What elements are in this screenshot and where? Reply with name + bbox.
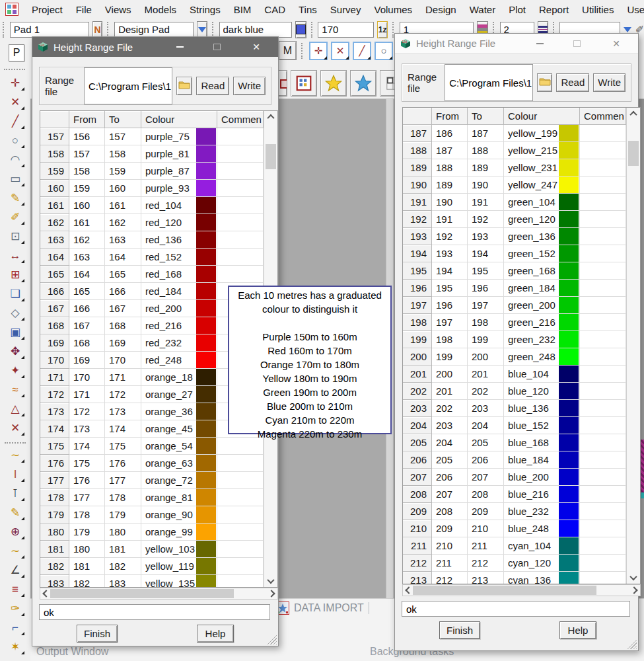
row-number[interactable]: 178 xyxy=(40,489,69,506)
colour-cell[interactable]: yellow_231 xyxy=(504,159,580,176)
to-cell[interactable]: 207 xyxy=(468,469,504,486)
row-number[interactable]: 212 xyxy=(403,555,432,572)
row-number[interactable]: 196 xyxy=(403,280,432,297)
colour-cell[interactable]: cyan_120 xyxy=(504,555,580,572)
from-cell[interactable]: 161 xyxy=(69,214,105,231)
table-row[interactable]: 157 156 157 purple_75 xyxy=(40,128,264,145)
row-number[interactable]: 159 xyxy=(40,163,69,180)
colour-cell[interactable]: purple_87 xyxy=(141,163,217,180)
comment-cell[interactable] xyxy=(580,297,626,314)
row-number[interactable]: 192 xyxy=(403,211,432,228)
colour-cell[interactable]: blue_184 xyxy=(504,451,580,469)
colour-cell[interactable]: green_248 xyxy=(504,348,580,366)
colour-swatch-icon[interactable] xyxy=(295,21,306,38)
from-cell[interactable]: 207 xyxy=(432,486,468,503)
comment-cell[interactable] xyxy=(217,489,264,506)
row-number[interactable]: 171 xyxy=(40,369,69,386)
menu-item[interactable]: Survey xyxy=(324,1,368,19)
comment-cell[interactable] xyxy=(580,572,626,584)
table-row[interactable]: 180 179 180 orange_99 xyxy=(40,524,264,541)
colour-cell[interactable]: red_184 xyxy=(141,283,217,300)
comment-cell[interactable] xyxy=(217,180,264,197)
minimize-button[interactable] xyxy=(526,34,554,54)
table-row[interactable]: 202 201 202 blue_120 xyxy=(403,383,626,400)
table-row[interactable]: 213 212 213 cyan_136 xyxy=(403,572,626,584)
comment-header[interactable]: Commen xyxy=(217,111,264,128)
to-cell[interactable]: 189 xyxy=(468,159,504,176)
to-cell[interactable]: 194 xyxy=(468,245,504,262)
scrollbar-thumb[interactable] xyxy=(628,141,639,166)
menu-item[interactable]: CAD xyxy=(258,1,292,19)
colour-cell[interactable]: orange_54 xyxy=(141,438,217,455)
row-number[interactable]: 191 xyxy=(403,194,432,211)
from-cell[interactable]: 188 xyxy=(432,159,468,176)
table-row[interactable]: 195 194 195 green_168 xyxy=(403,262,626,280)
cad-tool-button[interactable]: ◉ xyxy=(4,656,26,661)
row-number[interactable]: 177 xyxy=(40,472,69,489)
colour-input[interactable] xyxy=(219,22,292,38)
cad-tool-button[interactable]: ✕ xyxy=(4,93,26,112)
cad-tool-button[interactable]: ✶ xyxy=(4,637,26,656)
scroll-left-icon[interactable] xyxy=(403,585,413,596)
toolbar-grip[interactable] xyxy=(4,69,25,70)
snap-tool-button[interactable]: ○ xyxy=(375,42,393,60)
to-cell[interactable]: 183 xyxy=(105,575,141,587)
close-icon[interactable]: ✕ xyxy=(602,34,630,54)
table-row[interactable]: 158 157 158 purple_81 xyxy=(40,145,264,163)
toolbar-grip[interactable] xyxy=(107,22,110,38)
row-number[interactable]: 206 xyxy=(403,451,432,469)
cad-tool-button[interactable]: ✎ xyxy=(4,188,26,208)
comment-cell[interactable] xyxy=(580,125,626,142)
from-cell[interactable]: 198 xyxy=(432,331,468,348)
to-cell[interactable]: 201 xyxy=(468,366,504,383)
comment-cell[interactable] xyxy=(580,142,626,159)
row-number[interactable]: 167 xyxy=(40,300,69,317)
minimize-button[interactable] xyxy=(166,37,194,57)
comment-cell[interactable] xyxy=(580,383,626,400)
from-cell[interactable]: 167 xyxy=(69,317,105,334)
dropdown-icon[interactable] xyxy=(624,27,631,32)
to-cell[interactable]: 196 xyxy=(468,280,504,297)
toolbar-grip[interactable] xyxy=(311,22,314,38)
to-cell[interactable]: 199 xyxy=(468,331,504,348)
toolbar-grip[interactable] xyxy=(212,22,215,38)
comment-cell[interactable] xyxy=(217,575,264,587)
row-number[interactable]: 207 xyxy=(403,469,432,486)
to-cell[interactable]: 192 xyxy=(468,211,504,228)
colour-cell[interactable]: cyan_104 xyxy=(504,537,580,555)
to-cell[interactable]: 206 xyxy=(468,451,504,469)
comment-cell[interactable] xyxy=(217,506,264,524)
cad-tool-button[interactable]: I xyxy=(4,465,26,484)
menu-item[interactable]: Volumes xyxy=(367,1,419,19)
to-cell[interactable]: 191 xyxy=(468,194,504,211)
row-number[interactable]: 211 xyxy=(403,537,432,555)
vertical-scrollbar[interactable] xyxy=(626,108,640,584)
to-cell[interactable]: 208 xyxy=(468,486,504,503)
colour-cell[interactable]: green_120 xyxy=(504,211,580,228)
cad-tool-button[interactable]: ≈ xyxy=(4,380,26,399)
cad-tool-button[interactable]: ⌐ xyxy=(4,618,26,637)
table-row[interactable]: 183 182 183 yellow_135 xyxy=(40,575,264,587)
to-cell[interactable]: 193 xyxy=(468,228,504,245)
colour-header[interactable]: Colour xyxy=(141,111,217,128)
row-number[interactable]: 193 xyxy=(403,228,432,245)
table-row[interactable]: 160 159 160 purple_93 xyxy=(40,180,264,197)
comment-cell[interactable] xyxy=(580,159,626,176)
from-cell[interactable]: 174 xyxy=(69,438,105,455)
colour-cell[interactable]: green_152 xyxy=(504,245,580,262)
from-cell[interactable]: 172 xyxy=(69,403,105,420)
snap-tool-button[interactable]: ✛ xyxy=(309,42,328,60)
to-cell[interactable]: 204 xyxy=(468,417,504,434)
from-cell[interactable]: 191 xyxy=(432,211,468,228)
menu-item[interactable]: Utilities xyxy=(575,1,620,19)
comment-cell[interactable] xyxy=(580,348,626,366)
to-header[interactable]: To xyxy=(105,111,141,128)
range-file-input[interactable] xyxy=(445,64,533,101)
favourites-button[interactable] xyxy=(320,70,347,97)
to-cell[interactable]: 202 xyxy=(468,383,504,400)
browse-folder-button[interactable] xyxy=(176,77,192,95)
row-number[interactable]: 168 xyxy=(40,317,69,334)
row-number[interactable]: 169 xyxy=(40,334,69,352)
name-input[interactable] xyxy=(10,22,89,38)
from-cell[interactable]: 179 xyxy=(69,524,105,541)
